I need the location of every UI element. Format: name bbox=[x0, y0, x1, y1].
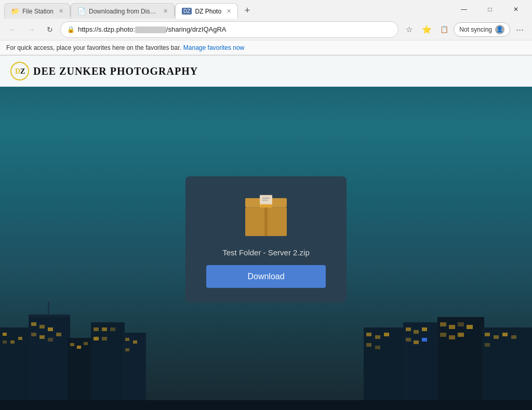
svg-rect-51 bbox=[485, 333, 490, 336]
svg-rect-31 bbox=[375, 335, 380, 339]
svg-rect-18 bbox=[29, 315, 70, 317]
forward-button[interactable]: → bbox=[23, 21, 39, 38]
svg-rect-22 bbox=[110, 327, 115, 331]
svg-rect-2 bbox=[10, 340, 15, 344]
svg-rect-39 bbox=[406, 338, 411, 341]
favorites-bar: For quick access, place your favorites h… bbox=[0, 40, 532, 55]
svg-rect-41 bbox=[422, 338, 427, 341]
favorite-star-button[interactable]: ☆ bbox=[401, 21, 417, 38]
svg-text:D: D bbox=[15, 67, 20, 75]
svg-rect-14 bbox=[70, 343, 74, 346]
svg-rect-6 bbox=[31, 322, 36, 326]
tab-downloading[interactable]: 📄 Downloading from DiskStation ✕ bbox=[71, 3, 175, 19]
tab-downloading-close[interactable]: ✕ bbox=[163, 8, 168, 15]
svg-rect-36 bbox=[406, 327, 411, 331]
svg-rect-1 bbox=[3, 333, 7, 336]
svg-rect-19 bbox=[91, 322, 125, 410]
tab-downloading-icon: 📄 bbox=[77, 7, 86, 15]
svg-rect-67 bbox=[260, 204, 272, 208]
download-button[interactable]: Download bbox=[206, 265, 326, 288]
refresh-button[interactable]: ↻ bbox=[42, 21, 58, 38]
svg-rect-45 bbox=[458, 322, 464, 326]
tab-file-station-icon: 📁 bbox=[11, 7, 19, 15]
tab-file-station-label: File Station bbox=[22, 8, 54, 15]
svg-rect-24 bbox=[102, 337, 107, 340]
svg-rect-46 bbox=[467, 325, 473, 329]
maximize-button[interactable]: □ bbox=[478, 2, 502, 17]
svg-rect-4 bbox=[3, 340, 7, 344]
svg-rect-50 bbox=[482, 327, 532, 410]
minimize-button[interactable]: — bbox=[452, 2, 476, 17]
tab-dz-photo[interactable]: DZ DZ Photo ✕ bbox=[175, 3, 238, 19]
tab-file-station-close[interactable]: ✕ bbox=[59, 8, 63, 15]
svg-rect-52 bbox=[494, 335, 499, 339]
download-card: Test Folder - Server 2.zip Download bbox=[185, 176, 347, 303]
svg-rect-23 bbox=[94, 337, 99, 340]
page-content: D Z Dee Zunker Photography bbox=[0, 56, 532, 410]
svg-rect-12 bbox=[56, 333, 61, 336]
svg-rect-15 bbox=[77, 346, 81, 349]
svg-rect-16 bbox=[84, 342, 88, 345]
svg-rect-56 bbox=[0, 400, 532, 410]
svg-rect-44 bbox=[449, 325, 455, 329]
manage-favorites-link[interactable]: Manage favorites now bbox=[183, 44, 244, 51]
svg-rect-32 bbox=[384, 333, 389, 336]
collections-button[interactable]: ⭐ bbox=[418, 21, 435, 38]
not-syncing-label: Not syncing bbox=[459, 26, 492, 33]
title-bar: 📁 File Station ✕ 📄 Downloading from Disk… bbox=[0, 0, 532, 19]
svg-rect-53 bbox=[502, 333, 508, 336]
address-blurred bbox=[135, 26, 166, 33]
back-button[interactable]: ← bbox=[4, 21, 21, 38]
more-options-button[interactable]: ⋯ bbox=[511, 21, 528, 38]
svg-rect-26 bbox=[125, 338, 129, 341]
svg-text:Z: Z bbox=[20, 67, 25, 75]
svg-rect-8 bbox=[48, 327, 53, 331]
svg-rect-21 bbox=[102, 327, 107, 331]
svg-rect-54 bbox=[511, 335, 516, 339]
tab-dz-photo-close[interactable]: ✕ bbox=[227, 8, 231, 15]
svg-rect-11 bbox=[48, 338, 53, 341]
svg-rect-47 bbox=[440, 333, 446, 337]
svg-rect-43 bbox=[440, 322, 446, 326]
address-bar[interactable]: 🔒 https://s.dzp.photo:/sharing/drzIQAgRA bbox=[60, 21, 398, 38]
svg-rect-25 bbox=[123, 333, 146, 410]
favorites-bar-text: For quick access, place your favorites h… bbox=[6, 44, 181, 51]
tab-dz-photo-label: DZ Photo bbox=[195, 8, 221, 15]
svg-rect-62 bbox=[262, 198, 270, 199]
svg-rect-49 bbox=[458, 333, 464, 337]
browser-actions-button[interactable]: 📋 bbox=[436, 21, 453, 38]
svg-rect-29 bbox=[364, 327, 405, 410]
tab-file-station[interactable]: 📁 File Station ✕ bbox=[4, 3, 70, 19]
nav-bar: ← → ↻ 🔒 https://s.dzp.photo:/sharing/drz… bbox=[0, 19, 532, 40]
tabs-area: 📁 File Station ✕ 📄 Downloading from Disk… bbox=[4, 0, 448, 19]
svg-rect-48 bbox=[449, 335, 455, 339]
avatar-icon: 👤 bbox=[496, 26, 503, 33]
package-icon bbox=[240, 193, 292, 240]
logo-mark: D Z bbox=[10, 62, 29, 80]
svg-rect-33 bbox=[366, 343, 371, 347]
nav-icons-right: ☆ ⭐ 📋 Not syncing 👤 ⋯ bbox=[401, 21, 528, 38]
svg-rect-34 bbox=[375, 346, 380, 349]
svg-rect-20 bbox=[94, 327, 99, 331]
lock-icon: 🔒 bbox=[67, 26, 75, 33]
tab-dz-photo-icon: DZ bbox=[182, 8, 192, 15]
svg-rect-30 bbox=[366, 333, 371, 336]
svg-rect-66 bbox=[264, 208, 268, 236]
svg-rect-35 bbox=[403, 322, 440, 410]
svg-rect-42 bbox=[437, 317, 484, 410]
svg-rect-3 bbox=[18, 337, 22, 340]
svg-rect-28 bbox=[125, 348, 129, 351]
svg-rect-10 bbox=[39, 335, 45, 339]
sync-button[interactable]: Not syncing 👤 bbox=[454, 22, 510, 37]
avatar: 👤 bbox=[495, 25, 504, 34]
svg-rect-55 bbox=[485, 343, 490, 347]
svg-rect-40 bbox=[414, 340, 419, 344]
window-controls: — □ ✕ bbox=[452, 2, 528, 17]
svg-rect-7 bbox=[39, 325, 45, 329]
new-tab-button[interactable]: + bbox=[240, 3, 255, 18]
svg-rect-0 bbox=[0, 327, 31, 410]
file-name: Test Folder - Server 2.zip bbox=[222, 248, 310, 257]
svg-rect-37 bbox=[414, 330, 419, 334]
close-button[interactable]: ✕ bbox=[504, 2, 528, 17]
svg-rect-63 bbox=[262, 200, 268, 201]
